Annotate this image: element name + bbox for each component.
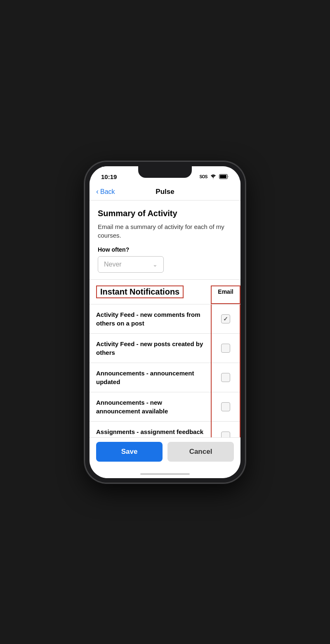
- content-scroll[interactable]: Summary of Activity Email me a summary o…: [90, 201, 240, 437]
- chevron-down-icon: ⌄: [153, 261, 158, 268]
- svg-rect-1: [220, 175, 226, 178]
- instant-notifications-title: Instant Notifications: [96, 285, 184, 298]
- notif-label-announcement-updated: Announcements - announcement updated: [90, 363, 211, 392]
- notif-row-new-announcement: Announcements - new announcement availab…: [90, 392, 240, 422]
- back-chevron-icon: ‹: [96, 187, 99, 196]
- page-title: Pulse: [156, 188, 174, 196]
- notif-row-activity-posts: Activity Feed - new posts created by oth…: [90, 334, 240, 363]
- home-bar: [140, 473, 190, 475]
- notif-checkbox-activity-comments[interactable]: [221, 314, 230, 323]
- wifi-icon: [210, 174, 217, 180]
- notif-row-activity-comments: Activity Feed - new comments from others…: [90, 304, 240, 334]
- phone-frame: 10:19 SOS: [85, 161, 245, 483]
- notif-row-feedback-released: Assignments - assignment feedback releas…: [90, 422, 240, 437]
- status-time: 10:19: [101, 173, 117, 180]
- frequency-dropdown[interactable]: Never ⌄: [98, 256, 164, 273]
- battery-icon: [219, 174, 229, 180]
- notif-checkbox-new-announcement[interactable]: [221, 402, 230, 411]
- instant-notifications-section: Instant Notifications Email Activity Fee…: [90, 280, 240, 437]
- notif-row-announcement-updated: Announcements - announcement updated: [90, 363, 240, 392]
- notif-checkbox-cell-4[interactable]: [211, 396, 240, 417]
- cancel-button[interactable]: Cancel: [167, 442, 234, 462]
- notif-label-feedback-released: Assignments - assignment feedback releas…: [90, 422, 211, 437]
- back-button[interactable]: ‹ Back: [96, 187, 115, 196]
- email-column-header: Email: [218, 288, 233, 295]
- notif-checkbox-cell-2[interactable]: [211, 338, 240, 359]
- sos-indicator: SOS: [199, 175, 207, 179]
- notif-checkbox-activity-posts[interactable]: [221, 344, 230, 353]
- instant-header: Instant Notifications Email: [90, 280, 240, 304]
- phone-screen: 10:19 SOS: [90, 166, 240, 478]
- summary-description: Email me a summary of activity for each …: [98, 222, 232, 240]
- bottom-bar: Save Cancel: [90, 437, 240, 470]
- notif-checkbox-feedback-released[interactable]: [221, 432, 230, 437]
- summary-section: Summary of Activity Email me a summary o…: [90, 201, 240, 280]
- dropdown-value: Never: [104, 261, 122, 268]
- notif-checkbox-cell-3[interactable]: [211, 367, 240, 388]
- notif-label-activity-comments: Activity Feed - new comments from others…: [90, 304, 211, 333]
- notif-label-activity-posts: Activity Feed - new posts created by oth…: [90, 334, 211, 363]
- notch: [138, 166, 192, 178]
- home-indicator: [90, 470, 240, 478]
- save-button[interactable]: Save: [96, 442, 163, 462]
- status-icons: SOS: [199, 174, 229, 180]
- notif-checkbox-cell-5[interactable]: [211, 426, 240, 437]
- notif-checkbox-announcement-updated[interactable]: [221, 373, 230, 382]
- notif-label-new-announcement: Announcements - new announcement availab…: [90, 392, 211, 421]
- email-header-box: Email: [211, 285, 240, 304]
- summary-title: Summary of Activity: [98, 209, 232, 218]
- how-often-label: How often?: [98, 246, 232, 253]
- notification-rows: Activity Feed - new comments from others…: [90, 304, 240, 437]
- nav-bar: ‹ Back Pulse: [90, 184, 240, 201]
- notif-checkbox-cell-1[interactable]: [211, 309, 240, 329]
- back-label: Back: [100, 188, 115, 196]
- instant-title-box: Instant Notifications: [90, 285, 211, 304]
